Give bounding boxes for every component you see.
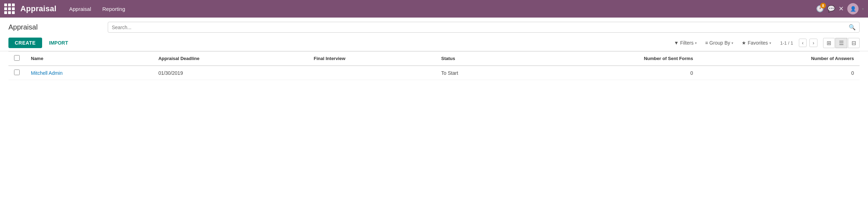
row-checkbox[interactable] (14, 70, 20, 75)
search-icon[interactable]: 🔍 (849, 24, 856, 31)
favorites-button[interactable]: ★ Favorites ▾ (738, 38, 775, 47)
groupby-label: Group By (709, 40, 730, 46)
view-kanban-button[interactable]: ⊞ (823, 38, 835, 48)
toolbar: CREATE IMPORT ▼ Filters ▾ ≡ Group By ▾ ★… (0, 35, 868, 51)
chat-icon[interactable]: 💬 (827, 5, 835, 13)
col-name: Name (25, 52, 153, 66)
select-all-col (8, 52, 25, 66)
notification-badge: 8 (820, 3, 826, 8)
favorites-caret: ▾ (769, 41, 771, 45)
view-list-button[interactable]: ☰ (835, 38, 847, 48)
groupby-icon: ≡ (705, 40, 708, 46)
view-toggle: ⊞ ☰ ⊟ (823, 38, 860, 48)
user-dropdown-icon[interactable]: ▾ (862, 7, 864, 11)
search-bar: 🔍 (108, 22, 860, 33)
navbar: Appraisal Appraisal Reporting 🕐 8 💬 ✕ 👤 … (0, 0, 868, 18)
cell-name[interactable]: Mitchell Admin (25, 66, 153, 80)
groupby-button[interactable]: ≡ Group By ▾ (702, 38, 737, 47)
favorites-label: Favorites (748, 40, 768, 46)
nav-reporting[interactable]: Reporting (98, 4, 130, 14)
col-deadline: Appraisal Deadline (153, 52, 308, 66)
groupby-caret: ▾ (731, 41, 733, 45)
pagination-prev[interactable]: ‹ (799, 39, 807, 47)
col-answers: Number of Answers (699, 52, 860, 66)
page-title: Appraisal (8, 23, 38, 31)
col-sent-forms: Number of Sent Forms (519, 52, 698, 66)
cell-status: To Start (436, 66, 519, 80)
cell-answers: 0 (699, 66, 860, 80)
cell-deadline: 01/30/2019 (153, 66, 308, 80)
create-button[interactable]: CREATE (8, 38, 42, 48)
notification-icon[interactable]: 🕐 8 (816, 5, 824, 13)
app-brand: Appraisal (20, 4, 57, 13)
filter-icon: ▼ (674, 40, 679, 46)
star-icon: ★ (742, 40, 746, 46)
pagination-next[interactable]: › (809, 39, 817, 47)
navbar-right: 🕐 8 💬 ✕ 👤 ▾ (816, 3, 864, 14)
table-body: Mitchell Admin 01/30/2019 To Start 0 0 (8, 66, 860, 80)
view-grid-button[interactable]: ⊟ (848, 38, 860, 48)
page-header: Appraisal 🔍 (0, 18, 868, 35)
filters-caret: ▾ (695, 41, 697, 45)
cell-interview (308, 66, 436, 80)
filters-button[interactable]: ▼ Filters ▾ (670, 38, 700, 47)
appraisal-table: Name Appraisal Deadline Final Interview … (8, 51, 860, 80)
import-button[interactable]: IMPORT (45, 38, 72, 48)
apps-menu-icon[interactable] (4, 4, 15, 14)
col-status: Status (436, 52, 519, 66)
select-all-checkbox[interactable] (14, 55, 20, 61)
close-icon[interactable]: ✕ (839, 5, 844, 13)
table-row[interactable]: Mitchell Admin 01/30/2019 To Start 0 0 (8, 66, 860, 80)
row-checkbox-cell (8, 66, 25, 80)
table-container: Name Appraisal Deadline Final Interview … (0, 51, 868, 80)
user-avatar[interactable]: 👤 (847, 3, 859, 14)
filter-group: ▼ Filters ▾ ≡ Group By ▾ ★ Favorites ▾ (670, 38, 775, 47)
filters-label: Filters (680, 40, 694, 46)
search-input[interactable] (112, 25, 849, 30)
nav-appraisal[interactable]: Appraisal (65, 4, 95, 14)
navbar-menu: Appraisal Reporting (65, 4, 816, 14)
cell-sent-forms: 0 (519, 66, 698, 80)
col-interview: Final Interview (308, 52, 436, 66)
table-header: Name Appraisal Deadline Final Interview … (8, 52, 860, 66)
pagination-info: 1-1 / 1 (780, 40, 793, 46)
